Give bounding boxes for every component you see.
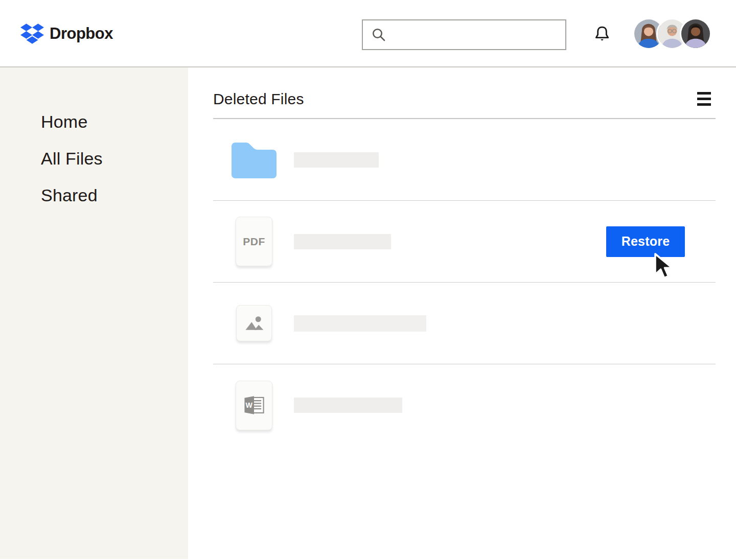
search-box[interactable] [362, 19, 566, 50]
main-content: Deleted Files PDF [188, 67, 736, 559]
logo-text: Dropbox [50, 25, 113, 43]
pdf-file-icon: PDF [236, 217, 272, 266]
folder-icon [229, 142, 279, 178]
sidebar-item-home[interactable]: Home [0, 111, 188, 132]
word-doc-icon: W [236, 381, 272, 430]
restore-button[interactable]: Restore [606, 226, 685, 257]
sidebar: Home All Files Shared [0, 67, 188, 559]
image-file-icon [236, 305, 272, 341]
avatar-group [633, 18, 711, 50]
search-icon [371, 27, 386, 42]
notifications-bell-icon[interactable] [593, 25, 611, 43]
file-name-placeholder [294, 398, 402, 413]
file-name-placeholder [294, 234, 391, 249]
sidebar-item-shared[interactable]: Shared [0, 185, 188, 205]
hamburger-menu-icon[interactable] [697, 92, 711, 106]
sidebar-item-all-files[interactable]: All Files [0, 148, 188, 169]
pdf-badge: PDF [243, 236, 265, 248]
file-name-placeholder [294, 152, 379, 168]
search-input[interactable] [392, 20, 565, 49]
svg-text:W: W [246, 401, 253, 409]
page-title: Deleted Files [213, 90, 304, 108]
deleted-file-row-pdf[interactable]: PDF Restore [213, 201, 716, 283]
dropbox-glyph-icon [20, 24, 44, 44]
deleted-file-row-folder[interactable] [213, 119, 716, 201]
dropbox-logo[interactable]: Dropbox [20, 24, 113, 44]
avatar-woman-dark[interactable] [680, 18, 711, 50]
header-right [593, 0, 711, 67]
top-header: Dropbox [0, 0, 736, 67]
deleted-file-row-image[interactable] [213, 283, 716, 364]
page-head: Deleted Files [213, 67, 716, 119]
deleted-file-row-word[interactable]: W [213, 364, 716, 446]
file-name-placeholder [294, 315, 426, 332]
